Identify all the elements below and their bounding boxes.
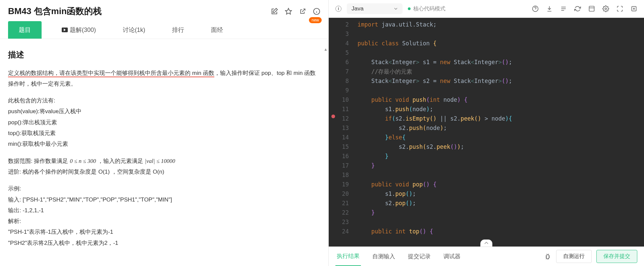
fullscreen-icon[interactable] [616, 5, 623, 12]
problem-title: BM43 包含min函数的栈 [8, 5, 102, 17]
editor-info-icon[interactable]: i [335, 6, 341, 12]
edit-icon[interactable] [271, 8, 278, 15]
line-gutter: 23456789101112131415161718192021222324 [329, 18, 353, 247]
external-link-icon[interactable] [299, 8, 306, 15]
code-mode-indicator: 核心代码模式 [408, 5, 445, 12]
language-select[interactable]: Java [347, 3, 402, 14]
refresh-icon[interactable] [574, 5, 581, 12]
footer-tab-result[interactable]: 执行结果 [335, 247, 361, 266]
collapse-button[interactable] [480, 239, 492, 247]
methods-block: 此栈包含的方法有: push(value):将value压入栈中 pop():弹… [8, 95, 320, 149]
footer-tab-selftest-input[interactable]: 自测输入 [371, 247, 396, 266]
svg-rect-9 [589, 6, 594, 11]
help-icon[interactable] [532, 5, 539, 12]
notes-icon[interactable] [560, 5, 567, 12]
svg-marker-0 [285, 8, 291, 14]
breakpoint-icon[interactable] [331, 115, 335, 118]
scroll-up-icon: ▲ [324, 46, 328, 53]
info-icon[interactable] [313, 8, 320, 15]
bug-icon[interactable] [544, 253, 551, 260]
star-icon[interactable] [285, 8, 292, 15]
delete-icon[interactable] [631, 5, 637, 12]
selftest-run-button[interactable]: 自测运行 [556, 250, 592, 263]
tab-solution[interactable]: 题解(300) [55, 21, 103, 39]
tab-problem[interactable]: 题目 [8, 21, 42, 39]
tab-ranking[interactable]: 排行 [165, 21, 191, 39]
download-icon[interactable] [546, 5, 553, 12]
footer-tab-debugger[interactable]: 调试器 [442, 247, 462, 266]
save-submit-button[interactable]: 保存并提交 [596, 250, 637, 263]
code-content[interactable]: import java.util.Stack; public class Sol… [353, 18, 644, 247]
video-icon [62, 28, 68, 32]
constraints: 数据范围: 操作数量满足 0 ≤ n ≤ 300 ，输入的元素满足 |val| … [8, 156, 320, 178]
example-block: 示例: 输入: ["PSH-1","PSH2","MIN","TOP","POP… [8, 183, 320, 249]
layout-icon[interactable] [588, 5, 595, 12]
code-editor[interactable]: 23456789101112131415161718192021222324 i… [329, 18, 644, 247]
problem-description: ▲ 描述 定义栈的数据结构，请在该类型中实现一个能够得到栈中所含最小元素的 mi… [0, 39, 328, 266]
tab-discuss[interactable]: 讨论(1k) [116, 21, 152, 39]
settings-icon[interactable] [602, 5, 609, 12]
description-text: 定义栈的数据结构，请在该类型中实现一个能够得到栈中所含最小元素的 min 函数，… [8, 68, 320, 90]
tab-interview[interactable]: 面经 [204, 21, 230, 39]
chevron-down-icon [394, 7, 398, 11]
footer-tab-history[interactable]: 提交记录 [407, 247, 432, 266]
description-heading: 描述 [8, 47, 320, 62]
svg-point-11 [605, 8, 607, 10]
